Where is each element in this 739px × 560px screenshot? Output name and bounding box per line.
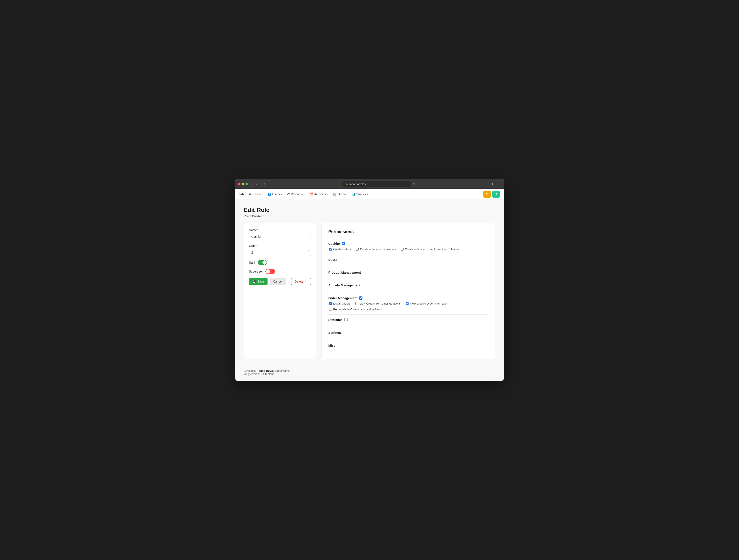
perm-create-orders-other-checkbox[interactable] [401,248,404,251]
nav-item-cashier[interactable]: 🖥 Cashier [247,191,265,197]
perm-list-all-orders[interactable]: List all Orders [329,302,350,305]
perm-cashier-checkbox[interactable] [342,242,345,245]
delete-icon: ✕ [305,280,307,283]
perm-section-misc: Misc [328,340,488,353]
perm-order-mgmt-title: Order Management [328,296,357,300]
perm-return-orders-checkbox[interactable] [329,308,332,311]
order-input[interactable] [249,249,311,256]
subtitle-prefix: Role: [244,214,251,218]
perm-section-statistics-header: Statistics [328,318,488,322]
main-content: Edit Role Role: Cashier Name* Order* [235,200,504,366]
perm-users-checkbox[interactable] [339,258,342,261]
order-required: * [257,245,258,248]
perm-return-orders[interactable]: Return whole Orders or individual items [329,308,488,311]
dropdown-icon[interactable]: ▾ [256,183,257,185]
perm-list-all-orders-label: List all Orders [333,302,350,305]
perm-section-statistics: Statistics [328,314,488,327]
order-group: Order* [249,244,311,256]
nav-item-cashier-label: Cashier [252,192,263,196]
name-required: * [257,229,258,232]
back-button[interactable]: ‹ [260,182,262,186]
form-card: Name* Order* Staff [244,223,316,359]
page-title: Edit Role [244,206,495,214]
nav-arrows: ‹ › [260,182,266,186]
perm-create-orders-other-label: Create orders for users from other Rotat… [405,248,459,251]
perm-section-cashier-header: Cashier [328,242,488,246]
perm-create-orders-checkbox[interactable] [329,248,332,251]
nav-item-users[interactable]: 👥 Users ▾ [266,191,284,197]
perm-section-order-mgmt-header: Order Management [328,296,488,300]
permissions-title: Permissions [328,229,488,234]
nav-brand[interactable]: tab [239,192,244,196]
order-label: Order* [249,244,311,248]
footer-version: tab | Version: 0.1.0-alpha [244,373,495,376]
cancel-button[interactable]: Cancel [270,278,286,285]
nav-item-orders[interactable]: 🛒 Orders [331,191,349,197]
role-name: Cashier [252,214,264,218]
nav-item-users-label: Users [272,192,280,196]
perm-section-users: Users [328,254,488,267]
superuser-label: Superuser [249,270,263,273]
cancel-label: Cancel [273,280,282,283]
perm-create-orders[interactable]: Create Orders [329,248,351,251]
nav-item-products[interactable]: 🏷 Products ▾ [285,191,307,197]
perm-activity-mgmt-checkbox[interactable] [362,284,365,287]
name-input[interactable] [249,233,311,240]
products-icon: 🏷 [287,192,290,196]
perm-cashier-title: Cashier [328,242,340,246]
nav-item-products-label: Products [291,192,303,196]
url-input[interactable]: 🔒 tabreborn.test [342,181,411,187]
traffic-lights [238,183,248,185]
perm-product-mgmt-checkbox[interactable] [363,271,366,274]
perm-section-order-management: Order Management List all Orders View Or… [328,293,488,314]
perm-misc-checkbox[interactable] [337,344,340,347]
reload-button[interactable]: ↻ [412,182,415,186]
perm-activity-mgmt-title: Activity Management [328,283,360,287]
delete-button[interactable]: Delete ✕ [291,278,311,285]
grid-button[interactable]: ⊞ [499,182,501,186]
nav-item-orders-label: Orders [337,192,347,196]
permissions-card: Permissions Cashier Create Orders [321,223,495,359]
new-tab-button[interactable]: + [495,182,497,186]
perm-list-all-orders-checkbox[interactable] [329,302,332,305]
maximize-button[interactable] [245,183,248,185]
perm-statistics-title: Statistics [328,318,343,322]
logout-button[interactable]: ➜ [492,190,500,198]
save-button[interactable]: 💾 Save [249,278,268,285]
perm-view-specific-order-checkbox[interactable] [406,302,409,305]
perm-view-orders-rotations-label: View Orders from other Rotations [359,302,401,305]
minimize-button[interactable] [242,183,244,185]
nav-item-statistics[interactable]: 📊 Statistics [350,191,371,197]
perm-view-specific-order[interactable]: View specific Order information [406,302,448,305]
delete-label: Delete [295,280,303,283]
users-chevron-icon: ▾ [281,193,282,195]
perm-order-mgmt-checkbox[interactable] [359,296,362,300]
close-button[interactable] [238,183,240,185]
superuser-toggle[interactable] [265,269,275,274]
greeting-prefix: Greetings, [244,369,257,373]
staff-toggle[interactable] [258,260,267,265]
staff-row: Staff [249,260,311,265]
perm-view-orders-rotations-checkbox[interactable] [355,302,358,305]
statistics-icon: 📊 [352,192,355,196]
perm-users-title: Users [328,258,337,261]
perm-create-orders-other[interactable]: Create orders for users from other Rotat… [401,248,459,251]
user-role: (Superadmin) [274,369,291,373]
perm-view-orders-rotations[interactable]: View Orders from other Rotations [355,302,401,305]
perm-create-orders-self-checkbox[interactable] [356,248,358,251]
forward-button[interactable]: › [263,182,266,186]
perm-statistics-checkbox[interactable] [344,318,347,321]
share-button[interactable]: ⬆ [491,182,494,186]
perm-order-mgmt-options: List all Orders View Orders from other R… [328,302,488,311]
perm-cashier-options: Create Orders Create orders for themselv… [328,248,488,251]
perm-settings-checkbox[interactable] [343,331,346,334]
perm-create-orders-self[interactable]: Create orders for themselves [356,248,396,251]
perm-section-product-mgmt-header: Product Management [328,271,488,274]
superuser-row: Superuser [249,269,311,274]
tab-layout-icon[interactable]: ⊟ [251,182,254,186]
perm-section-cashier: Cashier Create Orders Create orders for … [328,238,488,254]
settings-button[interactable]: ⚙ [483,190,491,198]
nav-item-activities[interactable]: 📅 Activities ▾ [308,191,330,197]
browser-window: ⊟ ▾ ‹ › 🔒 tabreborn.test ↻ ⬆ + ⊞ tab 🖥 C… [235,179,504,381]
perm-section-misc-header: Misc [328,343,488,347]
